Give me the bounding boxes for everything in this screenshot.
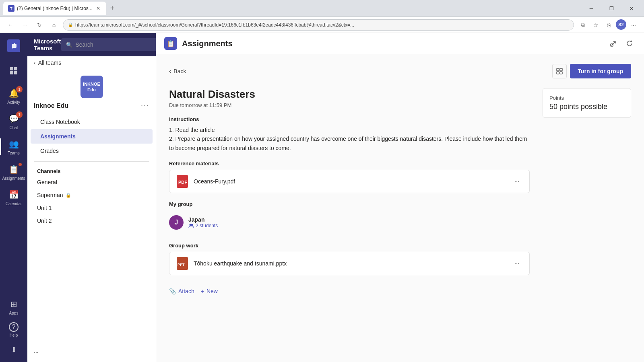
reference-file-card[interactable]: PDF Oceans-Fury.pdf ··· <box>169 170 530 193</box>
lock-icon: 🔒 <box>68 23 73 27</box>
assignment-body: Natural Disasters Due tomorrow at 11:59 … <box>169 88 631 299</box>
rail-item-assignments[interactable]: 📋 Assignments <box>2 160 25 184</box>
expand-icon-button[interactable] <box>607 37 620 50</box>
channel-superman[interactable]: Superman 🔒 <box>27 189 156 202</box>
view-icon-button[interactable] <box>552 64 567 78</box>
sidebar-nav-class-notebook[interactable]: Class Notebook <box>31 115 153 129</box>
instructions-text: 1. Read the article 2. Prepare a present… <box>169 125 530 152</box>
new-button[interactable]: + New <box>201 288 218 294</box>
window-controls: ─ ❒ ✕ <box>582 2 641 14</box>
tab-close-button[interactable]: ✕ <box>95 5 101 12</box>
browser-user-avatar[interactable]: S2 <box>616 19 626 30</box>
search-bar[interactable]: 🔍 <box>61 38 157 51</box>
calendar-icon: 📅 <box>8 189 19 200</box>
rail-item-teams[interactable]: 👥 Teams <box>2 135 25 159</box>
group-work-file-more-button[interactable]: ··· <box>511 258 523 269</box>
group-work-section: Group work PPT Tōhoku earthquake and tsu… <box>169 243 530 275</box>
tab-favicon: T <box>8 5 14 12</box>
back-arrow-icon: ‹ <box>169 68 171 75</box>
svg-rect-5 <box>560 72 562 74</box>
team-avatar-text: INKNOEEdu <box>83 81 100 93</box>
calendar-label: Calendar <box>6 202 22 206</box>
group-members-count: 2 students <box>196 223 218 228</box>
sidebar-divider <box>34 161 149 162</box>
chat-label: Chat <box>9 125 18 130</box>
channels-header: Channels <box>27 165 156 176</box>
channel-general[interactable]: General <box>27 176 156 189</box>
nav-right-icons: ⧉ ☆ ⎘ S2 ··· <box>577 19 639 31</box>
activity-label: Activity <box>7 100 20 105</box>
team-more-button[interactable]: ··· <box>141 101 149 110</box>
help-icon: ? <box>9 322 19 332</box>
channel-unit1[interactable]: Unit 1 <box>27 202 156 214</box>
reference-file-name: Oceans-Fury.pdf <box>194 178 506 185</box>
assignments-badge-dot <box>19 163 22 166</box>
instructions-label: Instructions <box>169 116 530 122</box>
minimize-button[interactable]: ─ <box>582 2 601 14</box>
activity-badge: 1 <box>16 86 23 93</box>
apps-icon: ⊞ <box>8 298 19 310</box>
favorites-button[interactable]: ☆ <box>590 19 601 31</box>
turn-in-button[interactable]: Turn in for group <box>570 64 632 78</box>
rail-item-calendar[interactable]: 📅 Calendar <box>2 186 25 210</box>
apps-label: Apps <box>9 311 19 316</box>
new-plus-icon: + <box>201 288 204 294</box>
sidebar-nav-assignments[interactable]: Assignments <box>31 129 153 144</box>
download-icon: ⬇ <box>8 344 19 356</box>
group-work-label: Group work <box>169 243 530 249</box>
group-work-file-card[interactable]: PPT Tōhoku earthquake and tsunami.pptx ·… <box>169 252 530 275</box>
refresh-button[interactable]: ↻ <box>34 19 45 31</box>
group-card: J Japan 2 students <box>169 210 530 234</box>
my-group-section: My group J Japan <box>169 201 530 234</box>
team-name: Inknoe Edu <box>34 102 68 109</box>
home-button[interactable]: ⌂ <box>48 19 60 31</box>
browser-more-button[interactable]: ··· <box>628 19 639 31</box>
rail-item-apps-grid[interactable] <box>2 62 25 80</box>
points-label: Points <box>549 95 624 101</box>
teams-sidebar: Microsoft Teams 🔍 ··· S2 ‹ All teams INK <box>27 33 156 362</box>
search-input[interactable] <box>76 41 157 48</box>
channel-unit2-label: Unit 2 <box>37 218 52 224</box>
svg-text:PPT: PPT <box>178 263 185 267</box>
points-value: 50 points possible <box>549 103 624 111</box>
active-tab[interactable]: T (2) General (Inknoe Edu) | Micros... ✕ <box>3 2 106 15</box>
restore-button[interactable]: ❒ <box>602 2 621 14</box>
reference-file-more-button[interactable]: ··· <box>511 176 523 187</box>
rail-item-chat[interactable]: 1 💬 Chat <box>2 110 25 134</box>
tab-bar: T (2) General (Inknoe Edu) | Micros... ✕… <box>3 2 579 15</box>
back-to-teams-button[interactable]: ‹ All teams <box>27 56 156 69</box>
rail-item-activity[interactable]: 1 🔔 Activity <box>2 84 25 108</box>
help-label: Help <box>10 333 18 338</box>
attach-button[interactable]: 📎 Attach <box>169 288 194 294</box>
assignments-header-title: Assignments <box>182 39 602 48</box>
assignment-title: Natural Disasters <box>169 88 530 101</box>
url-text: https://teams.microsoft.com/_#/school/cl… <box>75 22 569 28</box>
team-avatar: INKNOEEdu <box>80 76 103 98</box>
back-nav-button[interactable]: ← <box>5 19 16 31</box>
svg-text:PDF: PDF <box>178 180 187 185</box>
channel-unit2[interactable]: Unit 2 <box>27 214 156 227</box>
rail-item-apps[interactable]: ⊞ Apps <box>2 295 25 319</box>
address-bar[interactable]: 🔒 https://teams.microsoft.com/_#/school/… <box>63 19 574 31</box>
extensions-button[interactable]: ⧉ <box>577 19 588 31</box>
back-label: Back <box>173 68 186 74</box>
assignment-detail: ‹ Back Turn in for group <box>156 54 644 362</box>
channel-general-label: General <box>37 179 57 185</box>
rail-item-help[interactable]: ? Help <box>2 319 25 341</box>
my-group-label: My group <box>169 201 530 207</box>
rail-item-download[interactable]: ⬇ <box>2 341 25 359</box>
svg-rect-2 <box>557 68 559 71</box>
sidebar-bottom-more[interactable]: ··· <box>27 342 156 362</box>
sidebar-nav-grades[interactable]: Grades <box>31 144 153 158</box>
ms-teams-logo-icon <box>7 39 20 52</box>
collections-button[interactable]: ⎘ <box>603 19 614 31</box>
group-avatar: J <box>169 215 184 230</box>
close-button[interactable]: ✕ <box>622 2 641 14</box>
refresh-icon-button[interactable] <box>623 37 636 50</box>
assignments-label: Assignments <box>2 176 25 181</box>
back-link[interactable]: ‹ Back <box>169 68 186 75</box>
group-members: 2 students <box>188 223 218 228</box>
forward-nav-button[interactable]: → <box>19 19 31 31</box>
new-tab-button[interactable]: + <box>108 4 117 12</box>
teams-header-actions: 🔍 ··· S2 <box>61 38 157 51</box>
